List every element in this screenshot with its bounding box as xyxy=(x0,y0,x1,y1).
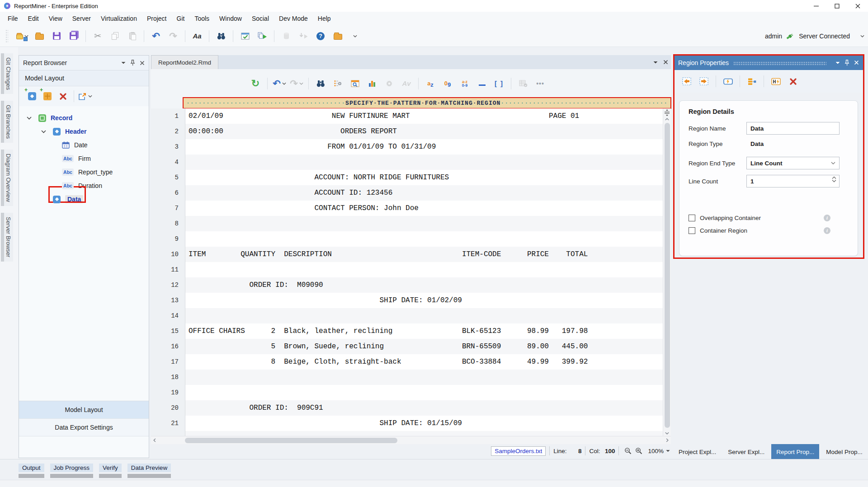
scroll-down-icon[interactable] xyxy=(665,432,669,435)
panel-menu-caret-icon[interactable] xyxy=(121,61,126,64)
verify-table-button[interactable] xyxy=(515,77,531,90)
tab-output[interactable]: Output xyxy=(19,464,44,478)
undo-button[interactable]: ↶ xyxy=(148,28,164,44)
sort-alpha-button[interactable]: az xyxy=(423,77,438,90)
tree-item-header[interactable]: Header xyxy=(19,125,149,138)
strip-tab-git-changes[interactable]: Git Changes xyxy=(1,53,13,94)
region-end-type-select[interactable]: Line Count xyxy=(746,157,840,169)
preview-window-button[interactable] xyxy=(237,28,253,44)
tree-item-date[interactable]: Date xyxy=(19,138,149,152)
report-line-text[interactable]: 5 Brown, Suede, reclining BRN-65509 89.0… xyxy=(185,339,663,354)
tab-close-icon[interactable] xyxy=(663,60,668,65)
toolbar-grip[interactable] xyxy=(5,29,8,43)
search-document-button[interactable] xyxy=(347,77,363,90)
row-resize-handle-icon[interactable] xyxy=(664,109,670,116)
font-case-button[interactable]: Aa xyxy=(189,28,205,44)
horizontal-scroll-thumb[interactable] xyxy=(185,438,397,443)
report-line-text[interactable]: ACCOUNT: NORTH RIDGE FURNITURES xyxy=(185,170,663,185)
redo-button[interactable]: ↷ xyxy=(165,28,181,44)
redo-button[interactable]: ↷ xyxy=(289,77,304,90)
info-icon[interactable]: i xyxy=(824,227,830,234)
panel-close-icon[interactable] xyxy=(854,60,859,65)
menu-item-file[interactable]: File xyxy=(3,13,23,24)
tab-list-caret-icon[interactable] xyxy=(653,61,658,64)
cut-button[interactable]: ✂ xyxy=(90,28,105,44)
find-button[interactable] xyxy=(213,28,229,44)
vertical-scroll-thumb[interactable] xyxy=(665,123,670,428)
dropdown-caret-icon[interactable] xyxy=(299,82,303,85)
report-text-view[interactable]: 102/01/09 NEW FURTINURE MART PAGE 01200:… xyxy=(151,108,671,436)
tab-job-progress[interactable]: Job Progress xyxy=(50,464,94,478)
report-line-text[interactable] xyxy=(185,262,663,277)
report-line-text[interactable]: OFFICE CHAIRS 2 Black, leather, reclinin… xyxy=(185,323,663,339)
report-line-text[interactable]: 02/01/09 NEW FURTINURE MART PAGE 01 xyxy=(185,108,663,124)
view-button-data-export-settings[interactable]: Data Export Settings xyxy=(19,419,149,436)
sort-numeric-button[interactable]: 09 xyxy=(440,77,455,90)
strip-tab-diagram-overview[interactable]: Diagram Overview xyxy=(1,150,13,206)
toolbar-overflow-button[interactable] xyxy=(347,28,363,44)
export-model-button[interactable] xyxy=(78,89,92,104)
report-line-text[interactable] xyxy=(185,385,663,400)
run-report-button[interactable] xyxy=(255,28,270,44)
pin-icon[interactable] xyxy=(844,60,849,66)
strip-tab-git-branches[interactable]: Git Branches xyxy=(1,101,13,143)
panel-menu-caret-icon[interactable] xyxy=(835,61,840,64)
report-line-text[interactable]: SHIP DATE: 01/15/09 xyxy=(185,416,663,431)
report-line-text[interactable]: ORDER ID: M09090 xyxy=(185,277,663,293)
import-data-button[interactable] xyxy=(296,28,311,44)
tab-server-expl[interactable]: Server Expl... xyxy=(723,444,769,459)
menu-item-dev-mode[interactable]: Dev Mode xyxy=(274,13,313,24)
info-icon[interactable]: i xyxy=(824,215,830,221)
tab-data-preview[interactable]: Data Preview xyxy=(127,464,171,478)
save-button[interactable] xyxy=(49,28,64,44)
field-layout-button[interactable] xyxy=(744,74,760,89)
tree-item-data[interactable]: Data xyxy=(19,192,149,206)
menu-item-project[interactable]: Project xyxy=(142,13,172,24)
dropdown-caret-icon[interactable] xyxy=(282,82,286,85)
alphanumeric-button[interactable]: a-z0-9 xyxy=(457,77,472,90)
menu-item-edit[interactable]: Edit xyxy=(23,13,44,24)
report-line-text[interactable]: SHIP DATE: 01/02/09 xyxy=(185,293,663,308)
statistics-chart-button[interactable] xyxy=(364,77,380,90)
menu-item-tools[interactable]: Tools xyxy=(189,13,214,24)
prev-region-button[interactable] xyxy=(679,74,694,89)
tree-item-duration[interactable]: AbcDuration xyxy=(19,179,149,192)
apply-pattern-button[interactable] xyxy=(720,74,736,89)
find-pattern-button[interactable] xyxy=(313,77,328,90)
maximize-button[interactable] xyxy=(826,0,847,12)
source-file-badge[interactable]: SampleOrders.txt xyxy=(491,446,546,456)
pattern-options-button[interactable] xyxy=(330,77,345,90)
zoom-level-value[interactable]: 100% xyxy=(648,448,664,454)
region-pattern-bar[interactable]: ········································… xyxy=(183,98,671,108)
more-options-button[interactable]: ••• xyxy=(533,77,548,90)
checkbox-unchecked[interactable] xyxy=(689,227,695,234)
report-line-text[interactable]: ACCOUNT ID: 123456 xyxy=(185,185,663,201)
pin-icon[interactable] xyxy=(130,60,135,66)
expand-caret-icon[interactable] xyxy=(27,117,32,120)
view-button-model-layout[interactable]: Model Layout xyxy=(19,401,149,419)
report-line-text[interactable]: FROM 01/01/09 TO 01/31/09 xyxy=(185,139,663,155)
menu-item-window[interactable]: Window xyxy=(214,13,247,24)
auto-parse-button[interactable] xyxy=(382,77,397,90)
menu-item-virtualization[interactable]: Virtualization xyxy=(96,13,142,24)
add-fields-button[interactable]: + xyxy=(41,89,54,104)
tab-reportmodel2[interactable]: ReportModel2.Rmd xyxy=(151,55,218,69)
new-model-button[interactable] xyxy=(14,28,30,44)
report-line-text[interactable]: 00:00:00 ORDERS REPORT xyxy=(185,124,663,139)
report-line-text[interactable]: ORDER ID: 909C91 xyxy=(185,400,663,416)
report-line-text[interactable]: ITEM QUANTITY DESCRIPTION ITEM-CODE PRIC… xyxy=(185,247,663,262)
next-region-button[interactable] xyxy=(696,74,712,89)
refresh-button[interactable]: ↻ xyxy=(248,77,263,90)
region-name-input[interactable] xyxy=(746,122,840,135)
tab-report-prop[interactable]: Report Prop... xyxy=(771,444,819,459)
horizontal-scrollbar[interactable] xyxy=(151,436,671,444)
delete-region-button[interactable] xyxy=(785,74,801,89)
export-database-button[interactable] xyxy=(278,28,294,44)
stepper-up-icon[interactable] xyxy=(832,176,836,179)
tab-model-prop[interactable]: Model Prop... xyxy=(821,444,867,459)
dropdown-caret-icon[interactable] xyxy=(88,95,92,98)
undo-button[interactable]: ↶ xyxy=(272,77,287,90)
menu-item-help[interactable]: Help xyxy=(313,13,336,24)
strip-tab-server-browser[interactable]: Server Browser xyxy=(1,213,13,262)
report-line-text[interactable] xyxy=(185,431,663,436)
